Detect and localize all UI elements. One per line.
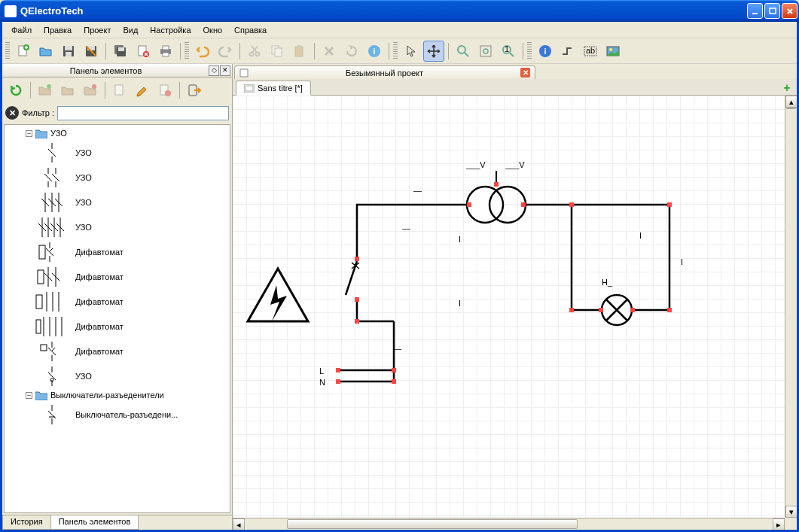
info-button[interactable]: i <box>364 41 385 62</box>
svg-text:1: 1 <box>505 44 509 53</box>
toolbar-handle[interactable] <box>185 42 189 60</box>
collapse-icon[interactable]: − <box>26 130 32 137</box>
warning-symbol[interactable] <box>248 269 308 321</box>
vertical-scrollbar[interactable]: ▴ ▾ <box>785 96 797 518</box>
pointer-tool[interactable] <box>401 41 422 62</box>
close-button[interactable] <box>782 3 797 19</box>
tree-item[interactable]: Дифавтомат <box>5 264 230 289</box>
image-button[interactable] <box>602 41 624 62</box>
reload-button[interactable] <box>5 80 26 101</box>
canvas-viewport[interactable]: ___V ___V <box>233 96 797 530</box>
tree-item[interactable]: Выключатель-разъедени... <box>5 402 230 427</box>
sheet-tab[interactable]: Sans titre [*] <box>236 81 311 96</box>
copy-button[interactable] <box>267 41 288 62</box>
schematic-drawing: ___V ___V <box>233 96 790 517</box>
edit-element-button[interactable] <box>132 80 153 101</box>
svg-rect-26 <box>480 46 491 56</box>
save-button[interactable] <box>58 41 79 62</box>
save-as-button[interactable] <box>81 41 102 62</box>
move-tool[interactable] <box>423 41 444 62</box>
tab-history[interactable]: История <box>2 515 51 530</box>
toolbar-handle[interactable] <box>527 42 532 60</box>
project-tab[interactable]: Безымянный проект ✕ <box>234 65 535 79</box>
svg-rect-6 <box>66 52 72 56</box>
zoom-button[interactable] <box>453 41 474 62</box>
maximize-button[interactable] <box>764 3 780 19</box>
tree-item[interactable]: УЗО <box>5 190 230 214</box>
element-icon <box>35 191 69 214</box>
tree-item[interactable]: УЗО <box>5 214 230 239</box>
zoom-reset-button[interactable]: 1 <box>498 41 519 62</box>
svg-text:i: i <box>373 47 375 56</box>
conductor-button[interactable] <box>557 41 578 62</box>
tree-item[interactable]: Дифавтомат <box>5 239 230 264</box>
open-button[interactable] <box>35 41 56 62</box>
redo-button[interactable] <box>215 41 236 62</box>
undo-button[interactable] <box>192 41 213 62</box>
print-button[interactable] <box>155 41 176 62</box>
titleblock-button[interactable]: ab <box>580 41 601 62</box>
close-project-button[interactable]: ✕ <box>520 68 530 78</box>
horizontal-scrollbar[interactable]: ◂ ▸ <box>233 518 785 530</box>
clear-filter-button[interactable]: ✕ <box>5 106 19 120</box>
zoom-fit-button[interactable] <box>475 41 496 62</box>
switch-symbol[interactable] <box>346 257 359 302</box>
drawing-canvas[interactable]: ___V ___V <box>233 96 785 518</box>
save-all-button[interactable] <box>110 41 131 62</box>
tree-item[interactable]: Дифавтомат <box>5 289 230 314</box>
tree-item[interactable]: УЗО <box>5 140 230 165</box>
properties-button[interactable]: i <box>535 41 556 62</box>
svg-rect-68 <box>667 308 672 312</box>
scroll-down-button[interactable]: ▾ <box>785 506 797 518</box>
delete-category-button[interactable] <box>80 80 101 101</box>
tree-item[interactable]: Дифавтомат <box>5 314 230 339</box>
lamp-symbol[interactable]: H_ <box>599 278 635 325</box>
menu-help[interactable]: Справка <box>228 24 273 36</box>
import-button[interactable] <box>184 80 205 101</box>
panel-float-button[interactable]: ◇ <box>209 65 219 76</box>
new-category-button[interactable] <box>35 80 56 101</box>
menu-settings[interactable]: Настройка <box>144 24 197 36</box>
new-element-button[interactable] <box>109 80 130 101</box>
menu-project[interactable]: Проект <box>78 24 117 36</box>
filter-label: Фильтр : <box>22 108 54 117</box>
panel-close-button[interactable]: ✕ <box>220 65 230 76</box>
delete-button[interactable] <box>319 41 340 62</box>
add-sheet-button[interactable]: + <box>780 81 794 95</box>
rotate-button[interactable] <box>341 41 362 62</box>
scroll-right-button[interactable]: ▸ <box>773 518 785 530</box>
menu-edit[interactable]: Правка <box>38 24 78 36</box>
tree-folder[interactable]: − УЗО <box>5 126 230 140</box>
svg-rect-74 <box>355 319 359 324</box>
delete-element-button[interactable] <box>154 80 175 101</box>
tree-item[interactable]: УЗО <box>5 363 230 388</box>
scroll-left-button[interactable]: ◂ <box>233 518 245 530</box>
paste-button[interactable] <box>289 41 310 62</box>
collapse-icon[interactable]: − <box>26 392 32 399</box>
close-file-button[interactable] <box>133 41 154 62</box>
new-button[interactable] <box>13 41 34 62</box>
svg-point-25 <box>458 46 465 53</box>
menu-file[interactable]: Файл <box>5 24 38 36</box>
tab-elements[interactable]: Панель элементов <box>50 515 139 530</box>
filter-input[interactable] <box>57 106 229 120</box>
svg-rect-64 <box>599 308 603 312</box>
tree-item[interactable]: Дифавтомат <box>5 339 230 363</box>
svg-point-40 <box>165 90 171 96</box>
tree-item[interactable]: УЗО <box>5 165 230 190</box>
menu-view[interactable]: Вид <box>117 24 144 36</box>
cut-button[interactable] <box>244 41 265 62</box>
tree-folder[interactable]: − Выключатели-разъеденители <box>5 388 230 402</box>
transformer-symbol[interactable]: ___V ___V <box>465 160 526 223</box>
svg-text:H_: H_ <box>602 278 613 287</box>
scroll-up-button[interactable]: ▴ <box>785 96 797 108</box>
elements-tree[interactable]: − УЗО УЗО УЗО УЗО УЗО Дифавтомат Дифавто… <box>4 124 230 513</box>
svg-rect-16 <box>163 53 169 56</box>
toolbar-handle[interactable] <box>5 42 10 60</box>
editor-area: Безымянный проект ✕ Sans titre [*] + <box>233 64 797 530</box>
menu-window[interactable]: Окно <box>197 24 229 36</box>
toolbar-handle[interactable] <box>393 42 398 60</box>
panel-title: Панель элементов <box>4 66 208 75</box>
edit-category-button[interactable] <box>57 80 78 101</box>
minimize-button[interactable] <box>747 3 763 19</box>
